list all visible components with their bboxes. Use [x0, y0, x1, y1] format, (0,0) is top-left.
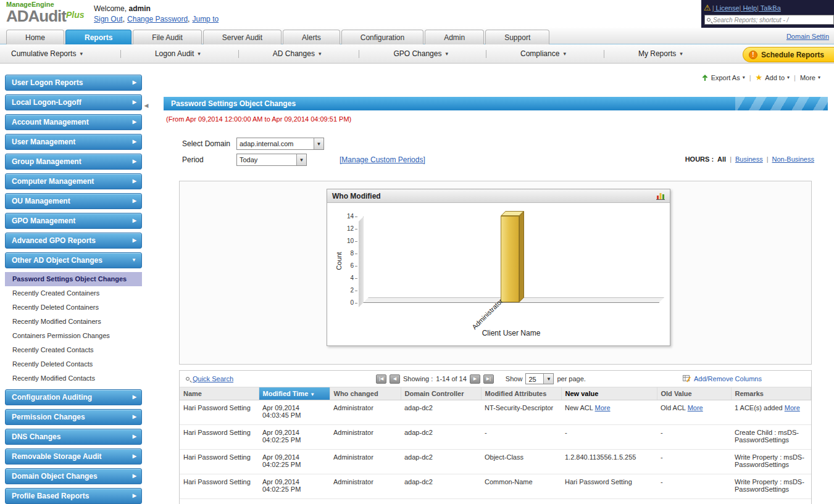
sidebar-item[interactable]: Group Management ▶: [5, 154, 142, 170]
submenu-item[interactable]: Recently Modified Containers: [5, 315, 142, 329]
main-tab[interactable]: Admin: [425, 30, 484, 44]
main-tab[interactable]: Support: [485, 30, 549, 44]
cell-old-value: Old ACL More: [657, 400, 731, 425]
sidebar-item[interactable]: Computer Management ▶: [5, 173, 142, 189]
menu-item[interactable]: Compliance ▾: [520, 49, 638, 58]
sidebar-item[interactable]: Permission Changes ▶: [5, 409, 142, 425]
chevron-right-icon: ▶: [133, 154, 136, 169]
schedule-alert-icon: !: [749, 51, 757, 59]
more-link[interactable]: More: [688, 404, 703, 411]
main-tab[interactable]: Home: [6, 30, 64, 44]
submenu-item[interactable]: Recently Modified Contacts: [5, 371, 142, 386]
sidebar-item[interactable]: GPO Management ▶: [5, 213, 142, 229]
warning-icon[interactable]: ⚠: [704, 3, 711, 12]
main-tab[interactable]: Configuration: [341, 30, 423, 44]
menu-item-label: Compliance: [520, 49, 559, 58]
page-size-select[interactable]: 25 ▼: [525, 373, 554, 384]
menu-item[interactable]: GPO Changes ▾: [393, 49, 520, 58]
sidebar-item[interactable]: Domain Object Changes ▶: [5, 468, 142, 484]
column-header[interactable]: Remarks▼: [731, 387, 811, 400]
cell-old-value: -: [657, 450, 731, 474]
submenu-item[interactable]: Containers Permission Changes: [5, 329, 142, 343]
app-logo[interactable]: ManageEngine ADAuditPlus: [6, 1, 85, 24]
menu-item[interactable]: AD Changes ▾: [273, 49, 394, 58]
hours-business-link[interactable]: Business: [735, 155, 763, 163]
add-to-button[interactable]: ★ Add to ▾: [756, 73, 790, 82]
chart-type-icon[interactable]: [656, 192, 665, 200]
period-select[interactable]: Today ▼: [236, 154, 307, 166]
schedule-reports-button[interactable]: ! Schedule Reports: [743, 47, 834, 62]
hours-all[interactable]: All: [717, 155, 726, 163]
y-axis-ticks: 14 12 10 8 6 4 2 0: [341, 213, 357, 306]
who-modified-chart: Who Modified Count 14 12 10 8 6: [327, 189, 670, 346]
utility-link[interactable]: TalkBa: [757, 4, 781, 12]
menu-item[interactable]: Cumulative Reports ▾: [11, 49, 155, 58]
main-tab[interactable]: Reports: [65, 30, 131, 44]
quick-search-link[interactable]: Quick Search: [193, 375, 233, 382]
more-button[interactable]: More ▾: [800, 74, 820, 81]
sidebar-item[interactable]: OU Management ▶: [5, 193, 142, 209]
tab-label: Support: [504, 33, 530, 42]
main-tab[interactable]: File Audit: [133, 30, 201, 44]
account-link[interactable]: Change Password: [127, 15, 192, 23]
column-header[interactable]: New value▼: [561, 387, 657, 400]
sidebar-collapse-handle[interactable]: ◀: [143, 97, 150, 114]
sidebar-item[interactable]: DNS Changes ▶: [5, 429, 142, 445]
column-header[interactable]: Modified Time▼: [259, 387, 330, 400]
search-input[interactable]: [713, 17, 832, 23]
account-link[interactable]: Sign Out: [94, 15, 127, 23]
sidebar-item[interactable]: Account Management ▶: [5, 114, 142, 130]
chevron-right-icon: ▶: [133, 95, 136, 110]
table-row[interactable]: Hari Password Setting Apr 09,2014 04:02:…: [180, 474, 811, 499]
prev-page-button[interactable]: ◀: [390, 374, 400, 384]
column-header[interactable]: Old Value▼: [657, 387, 731, 400]
sidebar-item[interactable]: User Management ▶: [5, 134, 142, 150]
column-header[interactable]: Who changed▼: [330, 387, 401, 400]
sidebar-item[interactable]: Advanced GPO Reports ▶: [5, 233, 142, 249]
global-search[interactable]: [704, 15, 834, 25]
menu-item[interactable]: Logon Audit ▾: [155, 49, 273, 58]
export-as-button[interactable]: Export As ▾: [701, 74, 745, 81]
column-header[interactable]: Name▼: [180, 387, 259, 400]
next-page-button[interactable]: ▶: [470, 374, 480, 384]
sidebar-item[interactable]: User Logon Reports ▶: [5, 75, 142, 91]
more-link[interactable]: More: [595, 404, 611, 411]
add-remove-columns[interactable]: Add/Remove Columns: [683, 375, 762, 382]
sidebar-item[interactable]: Local Logon-Logoff ▶: [5, 94, 142, 110]
cell-name: Hari Password Setting: [180, 474, 259, 499]
bar-administrator[interactable]: [501, 216, 519, 302]
cell-new-value: Hari Password Setting: [561, 474, 657, 499]
last-page-button[interactable]: ▶|: [483, 374, 494, 384]
first-page-button[interactable]: |◀: [376, 374, 386, 384]
sidebar-item-other-ad-object-changes[interactable]: Other AD Object Changes ▼: [5, 252, 142, 268]
column-header[interactable]: Domain Controller▼: [401, 387, 481, 400]
sidebar-item[interactable]: Configuration Auditing ▶: [5, 389, 142, 405]
table-row[interactable]: Hari Password Setting Apr 09,2014 04:02:…: [180, 450, 811, 474]
main-tab[interactable]: Server Audit: [203, 30, 281, 44]
account-link[interactable]: Jump to: [192, 15, 219, 23]
menu-item[interactable]: My Reports ▾: [638, 49, 683, 58]
manage-custom-periods-link[interactable]: [Manage Custom Periods]: [340, 155, 425, 164]
sidebar-item-label: GPO Management: [12, 217, 75, 225]
quick-search[interactable]: Quick Search: [186, 375, 233, 382]
welcome-text: Welcome, admin: [94, 4, 151, 13]
submenu-item-selected[interactable]: Password Settings Object Changes: [5, 272, 142, 286]
domain-settings-link[interactable]: Domain Settin: [786, 33, 829, 40]
more-link[interactable]: More: [785, 404, 800, 411]
submenu-item[interactable]: Recently Deleted Contacts: [5, 357, 142, 371]
sidebar-item[interactable]: Removable Storage Audit ▶: [5, 448, 142, 465]
utility-link[interactable]: Help: [740, 4, 757, 12]
table-row[interactable]: Hari Password Setting Apr 09,2014 04:02:…: [180, 425, 811, 450]
hours-non-business-link[interactable]: Non-Business: [772, 155, 814, 163]
submenu-item[interactable]: Recently Created Contacts: [5, 343, 142, 357]
results-table-section: Quick Search |◀ ◀ Showing : 1-14 of 14 ▶…: [179, 370, 812, 504]
sidebar-item[interactable]: Profile Based Reports ▶: [5, 488, 142, 504]
table-row[interactable]: Hari Password Setting Apr 09,2014 04:03:…: [180, 400, 811, 425]
utility-link[interactable]: License: [712, 4, 740, 12]
submenu-item[interactable]: Recently Deleted Containers: [5, 300, 142, 315]
column-header[interactable]: Modified Attributes▼: [481, 387, 561, 400]
sidebar-item-label: Local Logon-Logoff: [12, 98, 81, 107]
domain-select[interactable]: adap.internal.com ▼: [236, 138, 324, 150]
submenu-item[interactable]: Recently Created Containers: [5, 286, 142, 300]
main-tab[interactable]: Alerts: [283, 30, 340, 44]
